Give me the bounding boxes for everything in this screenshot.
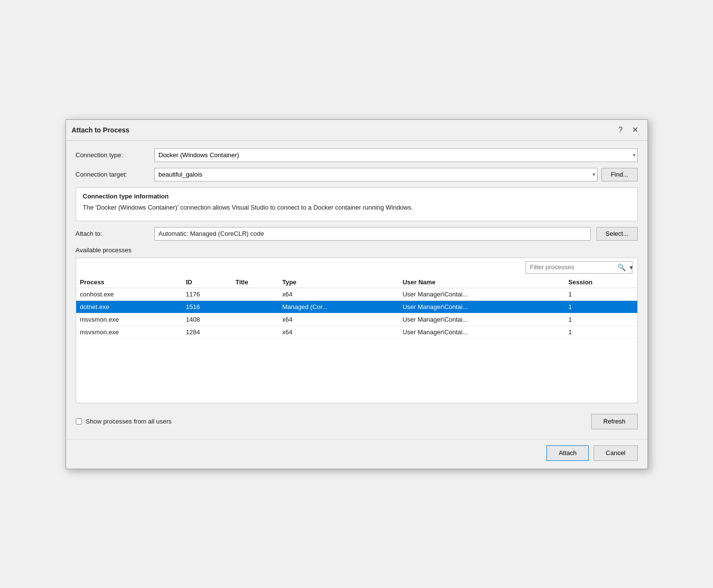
filter-row: 🔍 ▾	[76, 258, 637, 277]
connection-type-select[interactable]: Docker (Windows Container)Default (Windo…	[155, 149, 637, 162]
attach-button[interactable]: Attach	[547, 445, 589, 461]
attach-to-value: Automatic: Managed (CoreCLR) code	[154, 227, 591, 241]
dialog-footer: Attach Cancel	[66, 439, 647, 469]
info-box-text: The 'Docker (Windows Container)' connect…	[83, 203, 630, 212]
cell-id: 1176	[182, 288, 232, 300]
col-username: User Name	[398, 277, 564, 288]
cell-id: 1284	[182, 326, 232, 338]
show-all-users-text: Show processes from all users	[86, 418, 172, 425]
show-all-users-label[interactable]: Show processes from all users	[76, 418, 172, 425]
col-id: ID	[182, 277, 232, 288]
col-type: Type	[278, 277, 398, 288]
dialog-body: Connection type: Docker (Windows Contain…	[66, 141, 647, 439]
cell-type: x64	[278, 326, 398, 338]
refresh-button[interactable]: Refresh	[591, 414, 638, 429]
filter-input-wrapper: 🔍 ▾	[526, 261, 632, 274]
table-row[interactable]: conhost.exe1176x64User Manager\Contai...…	[76, 288, 637, 300]
table-row[interactable]: msvsmon.exe1284x64User Manager\Contai...…	[76, 326, 637, 338]
process-table-body: conhost.exe1176x64User Manager\Contai...…	[76, 288, 637, 338]
connection-target-input-group: beautiful_galois ▾ Find...	[154, 168, 638, 181]
cell-session: 1	[564, 326, 637, 338]
help-button[interactable]: ?	[614, 124, 627, 136]
title-bar-controls: ? ✕	[614, 124, 642, 136]
cell-username: User Manager\Contai...	[398, 313, 564, 326]
cell-session: 1	[564, 313, 637, 326]
processes-panel: 🔍 ▾ Process ID Title Type User Name	[76, 258, 638, 403]
process-table-header: Process ID Title Type User Name Session	[76, 277, 637, 288]
cancel-button[interactable]: Cancel	[594, 445, 637, 461]
connection-type-row: Connection type: Docker (Windows Contain…	[76, 148, 638, 162]
connection-type-label: Connection type:	[76, 151, 149, 159]
available-processes-section: Available processes 🔍 ▾ Process ID	[76, 246, 638, 403]
table-row[interactable]: dotnet.exe1516Managed (Cor...User Manage…	[76, 300, 637, 313]
cell-type: x64	[278, 313, 398, 326]
cell-type: Managed (Cor...	[278, 300, 398, 313]
cell-session: 1	[564, 288, 637, 300]
cell-process: msvsmon.exe	[76, 313, 182, 326]
bottom-row: Show processes from all users Refresh	[76, 409, 638, 431]
col-title: Title	[232, 277, 279, 288]
cell-username: User Manager\Contai...	[398, 326, 564, 338]
cell-id: 1408	[182, 313, 232, 326]
connection-type-select-wrapper: Docker (Windows Container)Default (Windo…	[154, 148, 638, 162]
process-table: Process ID Title Type User Name Session …	[76, 277, 637, 339]
attach-to-row: Attach to: Automatic: Managed (CoreCLR) …	[76, 227, 638, 241]
cell-title	[232, 300, 279, 313]
available-processes-label: Available processes	[76, 246, 638, 254]
table-row[interactable]: msvsmon.exe1408x64User Manager\Contai...…	[76, 313, 637, 326]
cell-process: conhost.exe	[76, 288, 182, 300]
cell-type: x64	[278, 288, 398, 300]
cell-username: User Manager\Contai...	[398, 300, 564, 313]
dialog-title: Attach to Process	[72, 126, 130, 134]
search-icon: 🔍	[615, 263, 628, 271]
cell-title	[232, 313, 279, 326]
cell-process: msvsmon.exe	[76, 326, 182, 338]
filter-dropdown-icon[interactable]: ▾	[628, 263, 635, 271]
find-button[interactable]: Find...	[601, 168, 637, 181]
connection-target-select-wrapper: beautiful_galois ▾	[154, 168, 598, 181]
info-box: Connection type information The 'Docker …	[76, 187, 638, 221]
title-bar-left: Attach to Process	[72, 126, 130, 134]
info-box-title: Connection type information	[83, 193, 630, 200]
cell-session: 1	[564, 300, 637, 313]
cell-username: User Manager\Contai...	[398, 288, 564, 300]
cell-id: 1516	[182, 300, 232, 313]
connection-target-label: Connection target:	[76, 171, 149, 178]
attach-to-process-dialog: Attach to Process ? ✕ Connection type: D…	[66, 119, 648, 469]
connection-target-row: Connection target: beautiful_galois ▾ Fi…	[76, 168, 638, 181]
cell-title	[232, 288, 279, 300]
connection-target-select[interactable]: beautiful_galois	[155, 168, 597, 181]
col-process: Process	[76, 277, 182, 288]
cell-process: dotnet.exe	[76, 300, 182, 313]
process-table-container: Process ID Title Type User Name Session …	[76, 277, 637, 403]
filter-input[interactable]	[526, 261, 615, 273]
select-button[interactable]: Select...	[597, 227, 638, 241]
attach-to-label: Attach to:	[76, 230, 149, 237]
show-all-users-checkbox[interactable]	[76, 418, 82, 425]
col-session: Session	[564, 277, 637, 288]
title-bar: Attach to Process ? ✕	[66, 120, 647, 141]
close-button[interactable]: ✕	[629, 124, 642, 136]
cell-title	[232, 326, 279, 338]
